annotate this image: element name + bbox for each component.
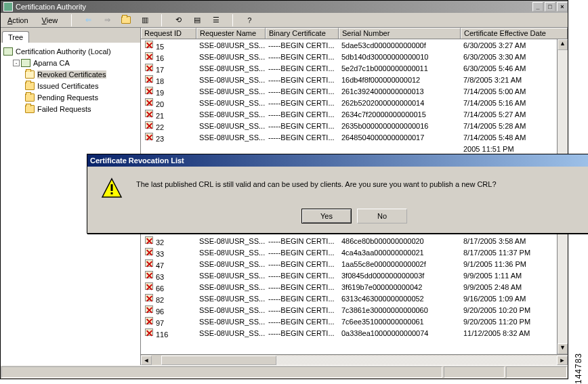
table-row[interactable]: 32SSE-08\IUSR_SS...-----BEGIN CERTI...48…	[141, 235, 568, 247]
help-icon[interactable]: ?	[244, 15, 255, 26]
cell-date: 8/17/2005 3:58 AM	[461, 237, 568, 245]
tree-tab[interactable]: Tree	[2, 31, 29, 43]
back-icon[interactable]: ⇐	[83, 15, 93, 26]
cell-binary: -----BEGIN CERTI...	[266, 122, 339, 130]
cell-serial: 261c3924000000000013	[339, 87, 461, 95]
collapse-icon[interactable]: -	[13, 60, 20, 66]
cell-date: 7/14/2005 5:28 AM	[461, 122, 568, 130]
up-folder-icon[interactable]	[121, 15, 131, 26]
cell-requester: SSE-08\IUSR_SS...	[196, 249, 266, 257]
cell-binary: -----BEGIN CERTI...	[266, 306, 339, 314]
tree-pending-requests[interactable]: Pending Requests	[3, 91, 138, 103]
revoked-cert-icon	[144, 86, 154, 95]
col-effective-date[interactable]: Certificate Effective Date	[461, 28, 568, 39]
cell-serial: 5dae53cd000000000000f	[339, 41, 461, 49]
scroll-track[interactable]	[276, 356, 557, 365]
table-row[interactable]: 2005 11:51 PM	[141, 143, 568, 154]
export-icon[interactable]: ▤	[192, 15, 203, 26]
cell-serial: 5db140d30000000000010	[339, 53, 461, 61]
revoked-cert-icon	[144, 98, 154, 107]
list-icon[interactable]: ☰	[211, 15, 222, 26]
cell-requester: SSE-08\IUSR_SS...	[196, 133, 266, 142]
cell-serial: 3f619b7e000000000042	[339, 283, 461, 291]
tree-failed-requests[interactable]: Failed Requests	[3, 103, 138, 114]
maximize-button[interactable]: □	[545, 2, 555, 12]
revoked-cert-icon	[144, 63, 154, 72]
cell-request-id: 22	[141, 121, 196, 131]
table-row[interactable]: 96SSE-08\IUSR_SS...-----BEGIN CERTI...7c…	[141, 304, 568, 316]
col-request-id[interactable]: Request ID	[141, 28, 196, 39]
table-row[interactable]: 23SSE-08\IUSR_SS...-----BEGIN CERTI...26…	[141, 131, 568, 143]
horizontal-scrollbar[interactable]: ◄ ►	[141, 354, 568, 365]
table-row[interactable]: 97SSE-08\IUSR_SS...-----BEGIN CERTI...7c…	[141, 316, 568, 327]
table-row[interactable]: 82SSE-08\IUSR_SS...-----BEGIN CERTI...63…	[141, 293, 568, 304]
table-row[interactable]: 47SSE-08\IUSR_SS...-----BEGIN CERTI...1a…	[141, 258, 568, 270]
minimize-button[interactable]: _	[532, 2, 543, 12]
forward-icon[interactable]: ⇒	[102, 15, 112, 26]
table-row[interactable]: 116SSE-08\IUSR_SS...-----BEGIN CERTI...0…	[141, 327, 568, 339]
cell-date: 2005 11:51 PM	[461, 145, 568, 153]
cell-serial: 7c6ee351000000000061	[339, 318, 461, 326]
cell-requester: SSE-08\IUSR_SS...	[196, 99, 266, 107]
scroll-right-icon[interactable]: ►	[557, 356, 568, 365]
revoked-cert-icon	[144, 270, 154, 280]
cell-date: 7/14/2005 5:16 AM	[461, 99, 568, 107]
table-row[interactable]: 15SSE-08\IUSR_SS...-----BEGIN CERTI...5d…	[141, 39, 568, 51]
cell-date: 9/16/2005 1:09 AM	[461, 295, 568, 303]
properties-icon[interactable]: ▥	[140, 15, 150, 26]
cell-binary: -----BEGIN CERTI...	[266, 272, 339, 280]
cell-serial: 5e2d7c1b0000000000011	[339, 64, 461, 72]
status-cell	[506, 366, 567, 378]
scroll-up-icon[interactable]: ▲	[558, 39, 568, 50]
cell-serial: 16db4f8f000000000012	[339, 76, 461, 84]
table-row[interactable]: 19SSE-08\IUSR_SS...-----BEGIN CERTI...26…	[141, 85, 568, 97]
cell-serial: 262b5202000000000014	[339, 99, 461, 107]
col-binary-certificate[interactable]: Binary Certificate	[266, 28, 339, 39]
col-requester-name[interactable]: Requester Name	[196, 28, 266, 39]
table-row[interactable]: 20SSE-08\IUSR_SS...-----BEGIN CERTI...26…	[141, 97, 568, 108]
menu-action[interactable]: Action	[5, 15, 31, 26]
cell-binary: -----BEGIN CERTI...	[266, 76, 339, 84]
yes-button[interactable]: Yes	[301, 209, 352, 223]
revoked-cert-icon	[144, 51, 154, 61]
tree-revoked-certificates[interactable]: Revoked Certificates	[3, 68, 138, 80]
table-row[interactable]: 16SSE-08\IUSR_SS...-----BEGIN CERTI...5d…	[141, 51, 568, 62]
menu-view[interactable]: View	[39, 15, 61, 26]
cell-serial: 2635b0000000000000016	[339, 122, 461, 130]
table-row[interactable]: 21SSE-08\IUSR_SS...-----BEGIN CERTI...26…	[141, 108, 568, 120]
cell-binary: -----BEGIN CERTI...	[266, 99, 339, 107]
tree-root[interactable]: Certification Authority (Local)	[3, 45, 138, 57]
scroll-left-icon[interactable]: ◄	[141, 356, 152, 365]
cell-request-id: 33	[141, 247, 196, 258]
cell-binary: -----BEGIN CERTI...	[266, 41, 339, 49]
table-row[interactable]: 63SSE-08\IUSR_SS...-----BEGIN CERTI...3f…	[141, 270, 568, 281]
cell-date: 7/14/2005 5:00 AM	[461, 87, 568, 95]
cell-request-id: 32	[141, 236, 196, 247]
table-row[interactable]: 66SSE-08\IUSR_SS...-----BEGIN CERTI...3f…	[141, 281, 568, 293]
cell-request-id: 16	[141, 51, 196, 62]
folder-icon	[25, 82, 35, 90]
close-button[interactable]: ×	[557, 2, 568, 12]
folder-open-icon	[25, 70, 35, 79]
tree-issued-certificates[interactable]: Issued Certificates	[3, 80, 138, 91]
scroll-thumb[interactable]	[161, 356, 276, 365]
cell-binary: -----BEGIN CERTI...	[266, 283, 339, 291]
cell-requester: SSE-08\IUSR_SS...	[196, 295, 266, 303]
revoked-cert-icon	[144, 316, 154, 326]
table-row[interactable]: 22SSE-08\IUSR_SS...-----BEGIN CERTI...26…	[141, 120, 568, 131]
table-row[interactable]: 33SSE-08\IUSR_SS...-----BEGIN CERTI...4c…	[141, 247, 568, 258]
dialog-message: The last published CRL is still valid an…	[136, 177, 588, 188]
cell-binary: -----BEGIN CERTI...	[266, 64, 339, 72]
toolbar-divider	[232, 14, 233, 26]
cell-binary: -----BEGIN CERTI...	[266, 260, 339, 268]
scroll-down-icon[interactable]: ▼	[558, 343, 568, 354]
table-row[interactable]: 17SSE-08\IUSR_SS...-----BEGIN CERTI...5e…	[141, 62, 568, 74]
ca-icon	[21, 59, 30, 67]
tree-ca[interactable]: -Aparna CA	[3, 57, 138, 68]
refresh-icon[interactable]: ⟲	[173, 15, 184, 26]
no-button[interactable]: No	[357, 209, 407, 223]
revoked-cert-icon	[144, 236, 154, 245]
cell-date: 9/20/2005 10:20 PM	[461, 306, 568, 314]
table-row[interactable]: 18SSE-08\IUSR_SS...-----BEGIN CERTI...16…	[141, 74, 568, 85]
col-serial-number[interactable]: Serial Number	[339, 28, 461, 39]
